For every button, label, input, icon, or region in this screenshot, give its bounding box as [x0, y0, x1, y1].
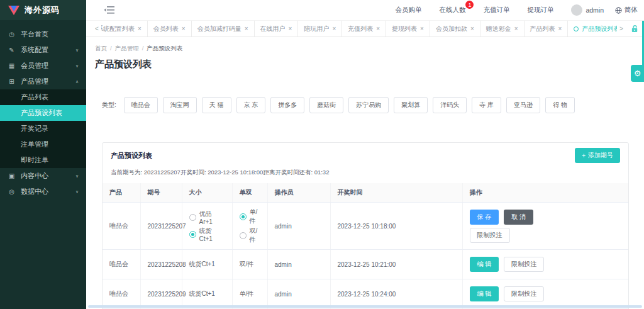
size-radio-group-option[interactable]: 优品Ar+1	[189, 210, 225, 225]
logo-icon	[8, 6, 19, 15]
cell-size: 统货Ct+1	[182, 279, 232, 309]
filter-option-button[interactable]: 唯品会	[124, 97, 158, 113]
sidebar-item-label: 数据中心	[21, 187, 48, 196]
sidebar-item-platform-home[interactable]: ◷平台首页	[0, 26, 86, 42]
radio-icon	[240, 213, 247, 220]
topnav-link[interactable]: 会员购单	[395, 6, 421, 14]
breadcrumb: 首页/产品管理/产品预设列表	[95, 45, 644, 53]
sidebar-subitem-order-management[interactable]: 注单管理	[0, 137, 86, 152]
sidebar-item-product-management[interactable]: ⊞产品管理∧	[0, 74, 86, 89]
user-menu[interactable]: admin	[571, 4, 604, 16]
close-icon[interactable]: ×	[182, 25, 186, 32]
edit-button[interactable]: 编 辑	[470, 286, 499, 301]
close-icon[interactable]: ×	[138, 25, 142, 32]
sidebar-item-member-management[interactable]: ▦会员管理∨	[0, 58, 86, 74]
close-icon[interactable]: ×	[245, 25, 248, 32]
limit-bet-button[interactable]: 限制投注	[504, 286, 544, 301]
cell-issue: 20231225209	[140, 279, 182, 309]
limit-bet-button[interactable]: 限制投注	[470, 228, 510, 243]
tab-会员列表[interactable]: 会员列表×	[148, 21, 192, 37]
save-button[interactable]: 保 存	[470, 210, 499, 225]
tab-在线用户[interactable]: 在线用户×	[255, 21, 299, 37]
collapse-sidebar-icon[interactable]	[104, 6, 115, 14]
grid-icon: ▦	[8, 62, 16, 69]
chevron-up-icon: ∧	[75, 79, 79, 84]
sidebar-subitem-realtime-orders[interactable]: 即时注单	[0, 152, 86, 168]
tab-系统配置列表[interactable]: 系统配置列表×	[101, 21, 148, 37]
filter-option-button[interactable]: 苏宁易购	[348, 97, 389, 113]
filter-option-button[interactable]: 得 物	[545, 97, 575, 113]
content: 首页/产品管理/产品预设列表 产品预设列表 类型: 唯品会淘宝网天 猫京 东拼多…	[86, 37, 644, 309]
page-title: 产品预设列表	[95, 59, 644, 70]
parity-radio-group-option[interactable]: 单/件	[240, 208, 260, 225]
tab-赠送彩金[interactable]: 赠送彩金×	[480, 21, 525, 37]
breadcrumb-item[interactable]: 产品管理	[115, 45, 139, 52]
close-icon[interactable]: ×	[420, 25, 424, 32]
cell-actions: 保 存取 消限制投注	[462, 203, 628, 250]
limit-bet-button[interactable]: 限制投注	[504, 257, 544, 272]
tab-会员加减打码量[interactable]: 会员加减打码量×	[192, 21, 255, 37]
sidebar-subitem-draw-records[interactable]: 开奖记录	[0, 121, 86, 137]
tab-label: 产品预设列表	[582, 25, 617, 33]
filter-option-button[interactable]: 天 猫	[202, 97, 231, 113]
topnav-user-area: admin 简体	[571, 4, 638, 16]
tabs-scroll-right[interactable]: >	[617, 21, 626, 37]
filter-option-button[interactable]: 拼多多	[270, 97, 304, 113]
username: admin	[586, 6, 604, 14]
sidebar-item-system-config[interactable]: ✎系统配置∨	[0, 42, 86, 58]
breadcrumb-item[interactable]: 首页	[95, 45, 107, 52]
tab-充值列表[interactable]: 充值列表×	[342, 21, 386, 37]
tabs-scroll-left[interactable]: <	[92, 21, 101, 37]
filter-option-button[interactable]: 寺 库	[472, 97, 501, 113]
tab-提现列表[interactable]: 提现列表×	[386, 21, 430, 37]
close-icon[interactable]: ×	[514, 25, 518, 32]
sidebar-item-label: 系统配置	[21, 45, 48, 55]
close-icon[interactable]: ×	[332, 25, 336, 32]
cancel-button[interactable]: 取 消	[504, 210, 533, 225]
sidebar-item-content-center[interactable]: ▣内容中心∨	[0, 168, 86, 184]
add-issue-button[interactable]: + 添加期号	[575, 148, 620, 163]
table-header-row: 产品期号大小单双操作员开奖时间操作	[103, 183, 628, 203]
topnav-link[interactable]: 充值订单	[483, 6, 509, 14]
close-icon[interactable]: ×	[376, 25, 380, 32]
cell-size: 统货Ct+1	[182, 250, 232, 279]
close-icon[interactable]: ×	[470, 25, 474, 32]
lock-icon[interactable]	[631, 21, 639, 37]
language-switch[interactable]: 简体	[615, 6, 638, 14]
size-radio-group-option[interactable]: 统货Ct+1	[189, 227, 225, 242]
type-filter: 类型: 唯品会淘宝网天 猫京 东拼多多蘑菇街苏宁易购聚划算洋码头寺 库亚马逊得 …	[102, 97, 629, 113]
filter-option-button[interactable]: 淘宝网	[163, 97, 197, 113]
tab-会员加扣款[interactable]: 会员加扣款×	[430, 21, 480, 37]
sidebar-item-data-center[interactable]: ◎数据中心∨	[0, 184, 86, 199]
topnav: 会员购单在线人数1充值订单提现订单	[395, 6, 553, 14]
parity-radio-group-option[interactable]: 双/件	[240, 227, 260, 244]
filter-option-button[interactable]: 蘑菇街	[309, 97, 343, 113]
tab-label: 产品列表	[530, 25, 555, 33]
filter-option-button[interactable]: 聚划算	[394, 97, 428, 113]
cell-issue: 20231225207	[140, 203, 182, 250]
horizontal-scrollbar[interactable]	[88, 305, 642, 308]
table-row: 唯品会20231225208统货Ct+1双/件admin2023-12-25 1…	[103, 250, 628, 279]
tab-陪玩用户[interactable]: 陪玩用户×	[298, 21, 342, 37]
tab-产品预设列表[interactable]: 产品预设列表×	[568, 21, 617, 37]
filter-option-button[interactable]: 亚马逊	[506, 97, 540, 113]
settings-gear-button[interactable]: ⚙	[631, 65, 644, 82]
topnav-link[interactable]: 在线人数1	[439, 6, 465, 14]
filter-option-button[interactable]: 洋码头	[433, 97, 467, 113]
logo[interactable]: 海外源码	[0, 0, 86, 20]
sidebar-item-label: 会员管理	[21, 61, 48, 70]
close-icon[interactable]: ×	[289, 25, 292, 32]
row-actions: 编 辑限制投注	[470, 286, 622, 301]
tab-产品列表[interactable]: 产品列表×	[525, 21, 569, 37]
edit-button[interactable]: 编 辑	[470, 257, 499, 272]
cell-operator: admin	[267, 279, 330, 309]
topnav-link[interactable]: 提现订单	[527, 6, 553, 14]
tabs-strip: 系统配置列表×会员列表×会员加减打码量×在线用户×陪玩用户×充值列表×提现列表×…	[101, 21, 617, 37]
filter-option-button[interactable]: 京 东	[236, 97, 266, 113]
preset-card: 产品预设列表 + 添加期号 当前期号为: 20231225207开奖时间: 20…	[102, 142, 629, 309]
column-header: 单双	[232, 183, 267, 203]
close-icon[interactable]: ×	[558, 25, 562, 32]
sidebar-subitem-product-list[interactable]: 产品列表	[0, 89, 86, 105]
filter-label: 类型:	[102, 101, 116, 110]
sidebar-subitem-product-preset-list[interactable]: 产品预设列表	[0, 105, 86, 121]
